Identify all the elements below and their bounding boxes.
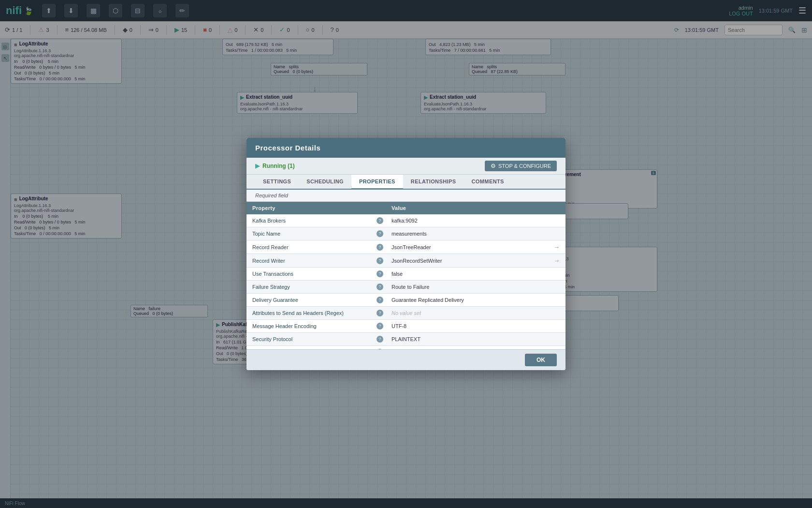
col-property: Property <box>246 202 374 214</box>
prop-arrow-7 <box>548 307 566 320</box>
prop-name-3: Record Writer <box>246 254 374 268</box>
help-circle-icon-5[interactable]: ? <box>377 284 383 290</box>
help-circle-icon-3[interactable]: ? <box>377 257 383 264</box>
prop-help-2[interactable]: ? <box>374 240 386 254</box>
processor-details-modal: Processor Details ▶ Running (1) ⚙ STOP &… <box>246 138 566 370</box>
help-circle-icon-6[interactable]: ? <box>377 297 383 303</box>
col-help <box>374 202 386 214</box>
prop-value-2: JsonTreeReader <box>386 240 548 254</box>
prop-value-4: false <box>386 268 548 281</box>
prop-help-7[interactable]: ? <box>374 307 386 320</box>
navigate-arrow-icon-2[interactable]: → <box>553 243 560 251</box>
prop-arrow-6 <box>548 294 566 307</box>
modal-overlay: Processor Details ▶ Running (1) ⚙ STOP &… <box>0 0 812 508</box>
prop-value-1: measurements <box>386 227 548 240</box>
prop-row-4[interactable]: Use Transactions?false <box>246 268 566 281</box>
stop-icon: ⚙ <box>491 163 496 169</box>
help-circle-icon-8[interactable]: ? <box>377 323 383 329</box>
prop-name-9: Security Protocol <box>246 333 374 346</box>
prop-row-8[interactable]: Message Header Encoding?UTF-8 <box>246 320 566 333</box>
prop-row-1[interactable]: Topic Name?measurements <box>246 227 566 240</box>
prop-row-3[interactable]: Record Writer?JsonRecordSetWriter→ <box>246 254 566 268</box>
prop-help-6[interactable]: ? <box>374 294 386 307</box>
prop-name-8: Message Header Encoding <box>246 320 374 333</box>
required-field-note: Required field <box>246 190 566 202</box>
prop-help-10[interactable]: ? <box>374 346 386 350</box>
tab-properties[interactable]: PROPERTIES <box>351 175 403 190</box>
prop-name-2: Record Reader <box>246 240 374 254</box>
running-dot-icon: ▶ <box>255 163 260 169</box>
prop-name-10: SASL Mechanism <box>246 346 374 350</box>
prop-help-4[interactable]: ? <box>374 268 386 281</box>
modal-title: Processor Details <box>255 144 320 152</box>
tab-settings[interactable]: SETTINGS <box>255 175 299 190</box>
stop-configure-button[interactable]: ⚙ STOP & CONFIGURE <box>485 161 557 171</box>
prop-name-4: Use Transactions <box>246 268 374 281</box>
prop-arrow-4 <box>548 268 566 281</box>
prop-value-5: Route to Failure <box>386 281 548 294</box>
running-status-label: Running (1) <box>262 163 295 169</box>
help-circle-icon-2[interactable]: ? <box>377 244 383 251</box>
prop-row-5[interactable]: Failure Strategy?Route to Failure <box>246 281 566 294</box>
prop-arrow-5 <box>548 281 566 294</box>
modal-body: Required field Property Value Kafka Brok… <box>246 190 566 349</box>
running-badge: ▶ Running (1) <box>255 163 295 169</box>
prop-value-0: kafka:9092 <box>386 214 548 227</box>
properties-table-body: Kafka Brokers?kafka:9092Topic Name?measu… <box>246 214 566 349</box>
prop-value-3: JsonRecordSetWriter <box>386 254 548 268</box>
prop-row-2[interactable]: Record Reader?JsonTreeReader→ <box>246 240 566 254</box>
prop-arrow-3[interactable]: → <box>548 254 566 268</box>
prop-row-6[interactable]: Delivery Guarantee?Guarantee Replicated … <box>246 294 566 307</box>
help-circle-icon-0[interactable]: ? <box>377 217 383 224</box>
prop-arrow-2[interactable]: → <box>548 240 566 254</box>
prop-value-9: PLAINTEXT <box>386 333 548 346</box>
help-circle-icon-1[interactable]: ? <box>377 230 383 237</box>
prop-value-10: GSSAPI <box>386 346 548 350</box>
prop-value-8: UTF-8 <box>386 320 548 333</box>
prop-arrow-1 <box>548 227 566 240</box>
col-arrow <box>548 202 566 214</box>
prop-help-8[interactable]: ? <box>374 320 386 333</box>
navigate-arrow-icon-3[interactable]: → <box>553 257 560 264</box>
prop-help-3[interactable]: ? <box>374 254 386 268</box>
prop-arrow-8 <box>548 320 566 333</box>
help-circle-icon-4[interactable]: ? <box>377 270 383 277</box>
prop-name-5: Failure Strategy <box>246 281 374 294</box>
prop-row-7[interactable]: Attributes to Send as Headers (Regex)?No… <box>246 307 566 320</box>
prop-help-9[interactable]: ? <box>374 333 386 346</box>
stop-configure-label: STOP & CONFIGURE <box>498 163 551 169</box>
properties-table-header: Property Value <box>246 202 566 214</box>
prop-name-1: Topic Name <box>246 227 374 240</box>
prop-arrow-9 <box>548 333 566 346</box>
prop-value-7: No value set <box>386 307 548 320</box>
prop-arrow-10 <box>548 346 566 350</box>
ok-button[interactable]: OK <box>525 354 557 366</box>
tab-scheduling[interactable]: SCHEDULING <box>299 175 351 190</box>
prop-arrow-0 <box>548 214 566 227</box>
help-circle-icon-7[interactable]: ? <box>377 310 383 316</box>
modal-footer: OK <box>246 349 566 370</box>
tab-relationships[interactable]: RELATIONSHIPS <box>403 175 464 190</box>
prop-help-1[interactable]: ? <box>374 227 386 240</box>
prop-name-7: Attributes to Send as Headers (Regex) <box>246 307 374 320</box>
properties-table: Property Value Kafka Brokers?kafka:9092T… <box>246 202 566 349</box>
help-circle-icon-9[interactable]: ? <box>377 336 383 343</box>
prop-value-6: Guarantee Replicated Delivery <box>386 294 548 307</box>
prop-row-10[interactable]: SASL Mechanism?GSSAPI <box>246 346 566 350</box>
modal-subheader: ▶ Running (1) ⚙ STOP & CONFIGURE <box>246 158 566 175</box>
modal-tabs: SETTINGS SCHEDULING PROPERTIES RELATIONS… <box>246 175 566 190</box>
col-value: Value <box>386 202 548 214</box>
prop-row-9[interactable]: Security Protocol?PLAINTEXT <box>246 333 566 346</box>
required-field-text: Required field <box>255 193 288 198</box>
prop-row-0[interactable]: Kafka Brokers?kafka:9092 <box>246 214 566 227</box>
modal-header: Processor Details <box>246 138 566 158</box>
prop-name-6: Delivery Guarantee <box>246 294 374 307</box>
prop-help-5[interactable]: ? <box>374 281 386 294</box>
tab-comments[interactable]: COMMENTS <box>464 175 511 190</box>
prop-help-0[interactable]: ? <box>374 214 386 227</box>
prop-name-0: Kafka Brokers <box>246 214 374 227</box>
